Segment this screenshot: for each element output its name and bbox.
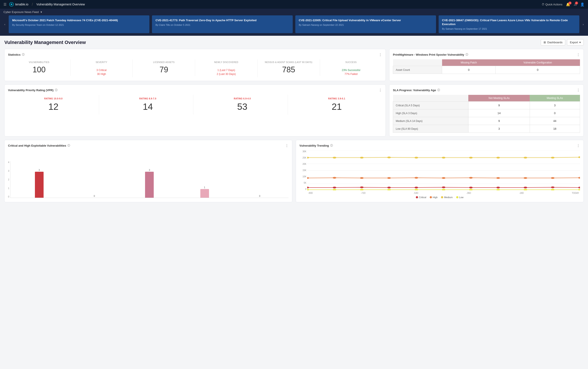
sla-row-0-not-meeting: 9 xyxy=(468,101,530,109)
quick-actions-button[interactable]: ⏱ Quick Actions xyxy=(542,3,562,6)
svg-point-43 xyxy=(333,189,336,190)
pn-col1-header: Missing Patch xyxy=(442,59,496,66)
sla-card: SLA Progress: Vulnerability Age ⓘ ⋮ Not … xyxy=(389,84,584,136)
alerts-badge: 1 xyxy=(575,1,578,5)
news-card-2[interactable]: CVE-2021-22005: Critical File Upload Vul… xyxy=(295,15,436,33)
sla-table-row: Low (SLA 90 Days) 3 18 xyxy=(393,125,580,133)
bar-chart-info-icon[interactable]: ⓘ xyxy=(67,144,70,148)
x-label-18d: -18D xyxy=(519,192,524,194)
stat-failed: 77% Failed xyxy=(322,72,380,76)
alerts-icon[interactable]: ⚠ 1 xyxy=(574,2,577,7)
news-card-0[interactable]: Microsoft's October 2021 Patch Tuesday A… xyxy=(9,15,149,33)
statistics-grid: VULNERABILITIES 100 SEVERITY 3 Critical … xyxy=(8,59,382,77)
sla-row-2-not-meeting: 9 xyxy=(468,117,530,125)
vpr-info-icon[interactable]: ⓘ xyxy=(55,88,57,92)
news-title-3: CVE-2021-38647 (OMIGOD): Critical Flaw L… xyxy=(442,18,576,26)
stat-successful: 23% Successful xyxy=(322,69,380,72)
sla-table-row: Medium (SLA 14 Days) 9 44 xyxy=(393,117,580,125)
stat-licensed: LICENSED ASSETS 79 xyxy=(133,59,195,76)
print-nightmare-title-text: PrintNightmare - Windows Print Spooler V… xyxy=(393,53,464,56)
news-next-arrow[interactable]: › xyxy=(582,15,585,33)
print-nightmare-info-icon[interactable]: ⓘ xyxy=(465,53,468,57)
svg-point-17 xyxy=(524,157,527,159)
vpr-col-2: RATING 6.9-4.0 53 xyxy=(197,95,288,115)
vpr-rating-3: RATING 3.9-0.1 xyxy=(293,98,380,100)
dashboards-button[interactable]: ⊞ Dashboards xyxy=(541,39,565,45)
legend-low-dot xyxy=(456,196,458,198)
export-button[interactable]: Export ▾ xyxy=(567,39,584,45)
bar-group-2: 3 xyxy=(122,161,177,198)
vpr-col-1: RATING 8.9-7.0 14 xyxy=(103,95,194,115)
statistics-more-icon[interactable]: ⋮ xyxy=(378,53,382,57)
svg-point-51 xyxy=(551,189,555,190)
svg-point-44 xyxy=(360,189,364,190)
page-header: Vulnerability Management Overview ⊞ Dash… xyxy=(4,39,584,45)
legend-medium-label: Medium xyxy=(444,196,452,199)
line-chart-svg xyxy=(307,150,580,190)
vpr-value-2: 53 xyxy=(199,101,286,112)
vpr-title: Vulnerability Priority Rating (VPR) ⓘ xyxy=(8,88,57,92)
sla-row-3-meeting: 18 xyxy=(530,125,580,133)
news-meta-1: By Claire Tills on October 5 2021 xyxy=(156,24,289,26)
sla-info-icon[interactable]: ⓘ xyxy=(437,88,440,92)
vpr-more-icon[interactable]: ⋮ xyxy=(378,88,382,92)
stat-scans-label: NESSUS & AGENT SCANS (LAST 90 DAYS) xyxy=(259,61,318,63)
bar-chart-more-icon[interactable]: ⋮ xyxy=(285,144,289,148)
sla-row-2-label: Medium (SLA 14 Days) xyxy=(393,117,469,125)
hamburger-icon[interactable]: ☰ xyxy=(3,2,7,7)
line-chart-info-icon[interactable]: ⓘ xyxy=(330,144,333,148)
vpr-rating-0: RATING 10.0-9.0 xyxy=(10,98,97,100)
svg-point-13 xyxy=(415,157,418,159)
pn-row1-label: Asset Count xyxy=(393,66,442,74)
notifications-bell[interactable]: 🔔 3 xyxy=(566,2,570,7)
news-card-3[interactable]: CVE-2021-38647 (OMIGOD): Critical Flaw L… xyxy=(439,15,579,33)
legend-high-label: High xyxy=(433,196,438,199)
sla-row-1-label: High (SLA 3 Days) xyxy=(393,109,469,117)
user-avatar[interactable]: 👤 xyxy=(580,2,585,7)
pn-row1-col2: 0 xyxy=(495,66,580,74)
bar-value-1: 0 xyxy=(94,195,95,197)
bar-value-0: 3 xyxy=(39,169,40,171)
svg-point-52 xyxy=(578,189,580,190)
sla-more-icon[interactable]: ⋮ xyxy=(577,88,580,92)
line-y-15k: 15K xyxy=(299,169,306,171)
bar-chart-area: 0 1 2 3 4 30310 xyxy=(8,150,289,198)
dashboards-label: Dashboards xyxy=(547,41,562,44)
line-chart-card: Vulnerability Trending ⓘ ⋮ 0 5K 10K 15K … xyxy=(296,140,584,202)
sla-col2-header: Meeting SLAs xyxy=(530,95,580,101)
bar-chart-title-text: Critical and High Exploitable Vulnerabil… xyxy=(8,144,66,147)
header-actions: ⊞ Dashboards Export ▾ xyxy=(541,39,584,45)
x-label-today: TODAY xyxy=(572,192,579,194)
stat-vuln-value: 100 xyxy=(10,65,69,74)
svg-point-26 xyxy=(469,177,473,179)
bar-0 xyxy=(35,172,43,198)
svg-point-14 xyxy=(442,157,446,159)
statistics-info-icon[interactable]: ⓘ xyxy=(22,53,24,57)
svg-point-20 xyxy=(307,177,309,179)
stat-severity-critical: 3 Critical xyxy=(72,69,131,72)
sla-table-row: Critical (SLA 5 Days) 9 3 xyxy=(393,101,580,109)
news-card-1[interactable]: CVE-2021-41773: Path Traversal Zero-Day … xyxy=(152,15,293,33)
statistics-title-text: Statistics xyxy=(8,53,21,56)
sla-row-3-not-meeting: 3 xyxy=(468,125,530,133)
bar-chart-header: Critical and High Exploitable Vulnerabil… xyxy=(8,144,289,148)
nav-page-title: Vulnerability Management Overview xyxy=(36,3,85,6)
export-chevron-icon: ▾ xyxy=(579,41,581,44)
stat-new-30d: 2 (Last 30 Days) xyxy=(197,72,256,76)
print-nightmare-card: PrintNightmare - Windows Print Spooler V… xyxy=(389,49,584,81)
svg-point-15 xyxy=(469,157,473,159)
x-label-72d: -72D xyxy=(361,192,366,194)
print-nightmare-table: Missing Patch Vulnerable Configuration A… xyxy=(393,59,580,74)
news-prev-arrow[interactable]: ‹ xyxy=(3,15,6,33)
line-chart-more-icon[interactable]: ⋮ xyxy=(577,144,580,148)
svg-point-35 xyxy=(415,187,418,188)
svg-point-39 xyxy=(524,187,527,188)
print-nightmare-more-icon[interactable]: ⋮ xyxy=(577,53,580,57)
logo: tenable.io xyxy=(9,2,28,7)
legend-critical-label: Critical xyxy=(419,196,426,199)
clock-icon: ⏱ xyxy=(542,3,545,6)
svg-point-11 xyxy=(360,157,364,159)
svg-point-34 xyxy=(387,187,391,188)
news-feed-chevron[interactable]: ▾ xyxy=(41,10,42,14)
legend-medium: Medium xyxy=(441,196,452,199)
